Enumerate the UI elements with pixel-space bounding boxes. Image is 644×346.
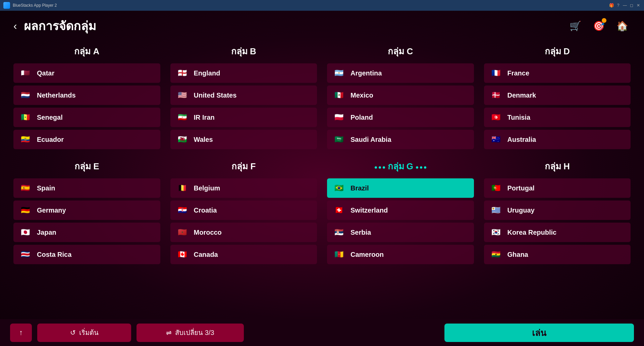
window-controls[interactable]: 🎁 ? — ◻ ✕ <box>609 3 641 8</box>
team-row[interactable]: 🇲🇦 Morocco <box>170 223 317 242</box>
play-button[interactable]: เล่น <box>444 324 634 342</box>
flag-emoji: 🇦🇷 <box>334 69 343 77</box>
team-row[interactable]: 🇨🇦 Canada <box>170 245 317 264</box>
team-row[interactable]: 🇫🇷 France <box>484 63 631 83</box>
flag-diamond: 🇬🇭 <box>489 247 503 262</box>
flag-inner: 🇧🇪 <box>172 178 192 198</box>
team-row[interactable]: 🇵🇱 Poland <box>327 108 474 127</box>
team-row[interactable]: 🇦🇷 Argentina <box>327 63 474 83</box>
flag-inner: 🇶🇦 <box>15 63 35 83</box>
team-row[interactable]: 🇦🇺 Australia <box>484 130 631 149</box>
team-name: Australia <box>507 136 536 143</box>
flag-inner: 🇰🇷 <box>486 222 505 242</box>
flag-inner: 🇷🇸 <box>329 222 348 242</box>
team-name: Portugal <box>507 184 535 192</box>
flag-inner: 🇺🇾 <box>486 200 505 220</box>
team-row[interactable]: 🇨🇭 Switzerland <box>327 200 474 220</box>
restore-icon[interactable]: — <box>623 3 627 8</box>
flag-diamond: 🇮🇷 <box>175 110 189 124</box>
flag-emoji: 🇭🇷 <box>177 207 186 214</box>
home-icon[interactable]: 🏠 <box>614 17 631 34</box>
flag-diamond: 🇨🇲 <box>332 247 346 262</box>
team-row[interactable]: 🇩🇪 Germany <box>13 200 160 220</box>
team-row[interactable]: 🇸🇦 Saudi Arabia <box>327 130 474 149</box>
team-name: Costa Rica <box>37 251 71 258</box>
shuffle-button[interactable]: ⇌ สับเปลี่ยน 3/3 <box>137 324 244 342</box>
team-row[interactable]: 🇪🇨 Ecuador <box>13 130 160 149</box>
flag-diamond: 🇺🇸 <box>175 88 189 102</box>
flag-inner: 🇺🇸 <box>172 85 192 105</box>
flag-diamond: 🇨🇷 <box>18 247 32 262</box>
team-name: Poland <box>351 114 373 121</box>
team-row[interactable]: 🇭🇷 Croatia <box>170 200 317 220</box>
group-title: กลุ่ม F <box>170 159 317 173</box>
team-row[interactable]: 🇷🇸 Serbia <box>327 223 474 242</box>
flag-emoji: 🇳🇱 <box>21 92 30 99</box>
team-name: Uruguay <box>507 207 535 214</box>
team-row[interactable]: 🇨🇲 Cameroon <box>327 245 474 264</box>
cart-icon[interactable]: 🛒 <box>567 17 584 34</box>
team-name: Ecuador <box>37 136 64 143</box>
flag-diamond: 🇸🇳 <box>18 110 32 124</box>
flag-emoji: 🇪🇨 <box>21 136 30 143</box>
top-right-icons: 🛒 🎯 🏠 <box>567 17 631 34</box>
notification-badge <box>602 18 606 23</box>
flag-inner: 🇯🇵 <box>15 222 35 242</box>
team-row[interactable]: 🇮🇷 IR Iran <box>170 108 317 127</box>
team-row[interactable]: 🇨🇷 Costa Rica <box>13 245 160 264</box>
close-icon[interactable]: ✕ <box>636 3 641 8</box>
target-icon[interactable]: 🎯 <box>590 17 607 34</box>
right-dots <box>416 166 426 169</box>
flag-inner: 🇲🇦 <box>172 222 192 242</box>
group-title: กลุ่ม B <box>170 44 317 58</box>
flag-emoji: 🇷🇸 <box>334 229 343 236</box>
team-row[interactable]: 🇧🇪 Belgium <box>170 178 317 198</box>
flag-emoji: 🇵🇱 <box>334 114 343 121</box>
minimize-icon[interactable]: 🎁 <box>609 3 614 8</box>
team-row[interactable]: 🇳🇱 Netherlands <box>13 85 160 105</box>
flag-diamond: 🇨🇭 <box>332 203 346 217</box>
groups-grid: กลุ่ม A 🇶🇦 Qatar 🇳🇱 Netherlands 🇸🇳 <box>0 44 644 264</box>
team-row[interactable]: 🇸🇳 Senegal <box>13 108 160 127</box>
team-row[interactable]: 🇵🇹 Portugal <box>484 178 631 198</box>
team-row[interactable]: 🇯🇵 Japan <box>13 223 160 242</box>
team-row[interactable]: 🇶🇦 Qatar <box>13 63 160 83</box>
flag-diamond: 🇸🇦 <box>332 132 346 147</box>
left-dots <box>375 166 385 169</box>
flag-inner: 🇲🇽 <box>329 85 348 105</box>
team-row[interactable]: 🇩🇰 Denmark <box>484 85 631 105</box>
team-row[interactable]: 🏴󠁧󠁢󠁷󠁬󠁳󠁿 Wales <box>170 130 317 149</box>
team-row[interactable]: 🇹🇳 Tunisia <box>484 108 631 127</box>
back-button[interactable]: ‹ <box>13 20 17 32</box>
team-row[interactable]: 🏴󠁧󠁢󠁥󠁮󠁧󠁿 England <box>170 63 317 83</box>
team-row[interactable]: 🇺🇾 Uruguay <box>484 200 631 220</box>
group-D: กลุ่ม D 🇫🇷 France 🇩🇰 Denmark 🇹🇳 Tun <box>484 44 631 149</box>
flag-inner: 🇦🇷 <box>329 63 348 83</box>
team-row[interactable]: 🇪🇸 Spain <box>13 178 160 198</box>
bottom-bar: ↑ ↺ เริ่มต้น ⇌ สับเปลี่ยน 3/3 เล่น <box>0 319 644 346</box>
flag-diamond: 🇨🇦 <box>175 247 189 262</box>
team-row[interactable]: 🇬🇭 Ghana <box>484 245 631 264</box>
group-B: กลุ่ม B 🏴󠁧󠁢󠁥󠁮󠁧󠁿 England 🇺🇸 United States… <box>170 44 317 149</box>
team-row[interactable]: 🇧🇷 Brazil <box>327 178 474 198</box>
team-row[interactable]: 🇲🇽 Mexico <box>327 85 474 105</box>
app-title: BlueStacks App Player 2 <box>13 3 606 8</box>
flag-emoji: 🇸🇦 <box>334 136 343 143</box>
group-title-row: กลุ่ม G <box>327 159 474 176</box>
share-button[interactable]: ↑ <box>10 324 32 342</box>
team-name: Saudi Arabia <box>351 136 391 143</box>
maximize-icon[interactable]: ◻ <box>629 3 634 8</box>
top-nav: ‹ ผลการจัดกลุ่ม 🛒 🎯 🏠 <box>0 11 644 41</box>
app-container: ‹ ผลการจัดกลุ่ม 🛒 🎯 🏠 กลุ่ม A 🇶🇦 Qatar <box>0 11 644 346</box>
team-row[interactable]: 🇺🇸 United States <box>170 85 317 105</box>
team-name: United States <box>194 92 237 99</box>
team-row[interactable]: 🇰🇷 Korea Republic <box>484 223 631 242</box>
group-A: กลุ่ม A 🇶🇦 Qatar 🇳🇱 Netherlands 🇸🇳 <box>13 44 160 149</box>
flag-diamond: 🏴󠁧󠁢󠁷󠁬󠁳󠁿 <box>175 132 189 147</box>
team-name: Spain <box>37 184 55 192</box>
help-icon[interactable]: ? <box>616 3 621 8</box>
team-name: Switzerland <box>351 207 388 214</box>
flag-diamond: 🇯🇵 <box>18 225 32 239</box>
flag-inner: 🇪🇨 <box>15 129 35 149</box>
restart-button[interactable]: ↺ เริ่มต้น <box>37 324 131 342</box>
